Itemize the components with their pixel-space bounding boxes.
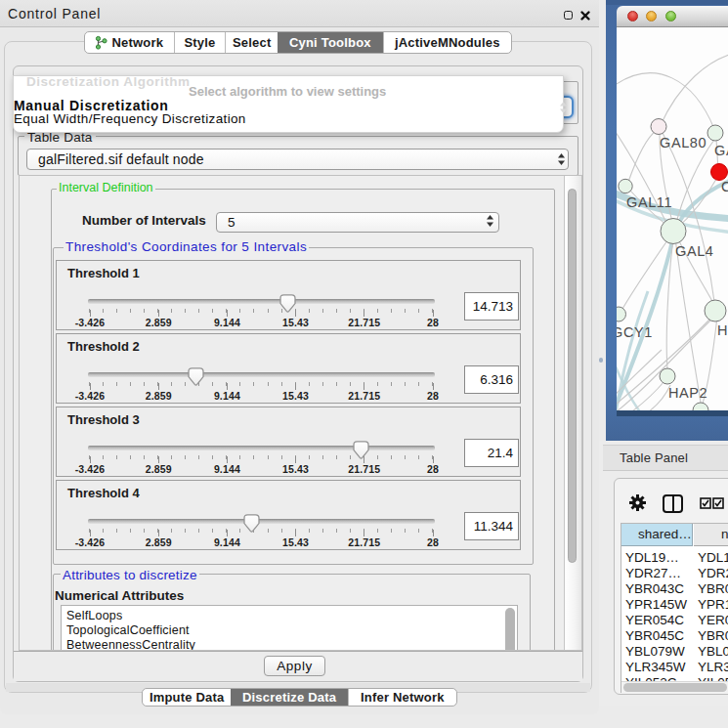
svg-text:GAL11: GAL11 xyxy=(626,194,672,210)
svg-text:GA: GA xyxy=(714,143,728,158)
svg-text:HAP2: HAP2 xyxy=(668,385,707,401)
svg-text:GAL80: GAL80 xyxy=(660,135,707,150)
svg-text:H: H xyxy=(717,322,728,338)
svg-text:GCY1: GCY1 xyxy=(617,324,653,340)
svg-text:GAL4: GAL4 xyxy=(675,243,713,259)
svg-text:C: C xyxy=(721,179,728,194)
